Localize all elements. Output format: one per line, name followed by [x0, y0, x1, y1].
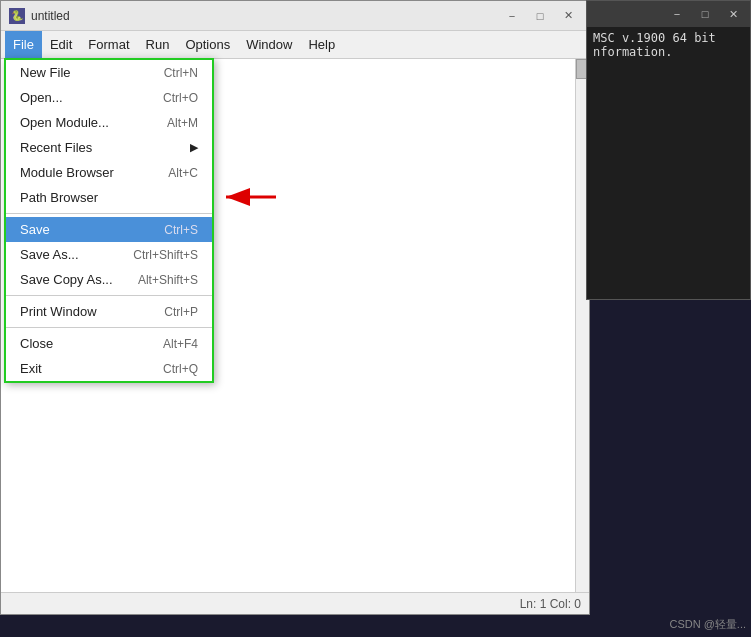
exit-label: Exit: [20, 361, 143, 376]
window-controls: − □ ✕: [499, 6, 581, 26]
title-bar-left: 🐍 untitled: [9, 8, 70, 24]
separator-2: [6, 295, 212, 296]
secondary-minimize[interactable]: −: [664, 4, 690, 24]
print-window-label: Print Window: [20, 304, 144, 319]
print-window-shortcut: Ctrl+P: [164, 305, 198, 319]
module-browser-shortcut: Alt+C: [168, 166, 198, 180]
menu-window[interactable]: Window: [238, 31, 300, 58]
secondary-maximize[interactable]: □: [692, 4, 718, 24]
separator-3: [6, 327, 212, 328]
menu-item-new-file[interactable]: New File Ctrl+N: [6, 60, 212, 85]
menu-item-save[interactable]: Save Ctrl+S: [6, 217, 212, 242]
menu-item-open[interactable]: Open... Ctrl+O: [6, 85, 212, 110]
menu-options[interactable]: Options: [177, 31, 238, 58]
open-label: Open...: [20, 90, 143, 105]
title-bar: 🐍 untitled − □ ✕: [1, 1, 589, 31]
menu-item-recent-files[interactable]: Recent Files ▶: [6, 135, 212, 160]
menu-file[interactable]: File: [5, 31, 42, 58]
save-as-shortcut: Ctrl+Shift+S: [133, 248, 198, 262]
close-label: Close: [20, 336, 143, 351]
save-copy-as-shortcut: Alt+Shift+S: [138, 273, 198, 287]
menu-run[interactable]: Run: [138, 31, 178, 58]
open-shortcut: Ctrl+O: [163, 91, 198, 105]
minimize-button[interactable]: −: [499, 6, 525, 26]
open-module-label: Open Module...: [20, 115, 147, 130]
module-browser-label: Module Browser: [20, 165, 148, 180]
recent-files-label: Recent Files: [20, 140, 186, 155]
secondary-line-1: MSC v.1900 64 bit: [593, 31, 744, 45]
menu-item-save-copy-as[interactable]: Save Copy As... Alt+Shift+S: [6, 267, 212, 292]
close-shortcut: Alt+F4: [163, 337, 198, 351]
secondary-window: − □ ✕ MSC v.1900 64 bit nformation.: [586, 0, 751, 300]
secondary-content: MSC v.1900 64 bit nformation.: [587, 27, 750, 299]
new-file-label: New File: [20, 65, 144, 80]
menu-item-save-as[interactable]: Save As... Ctrl+Shift+S: [6, 242, 212, 267]
app-icon: 🐍: [9, 8, 25, 24]
secondary-line-2: nformation.: [593, 45, 744, 59]
menu-item-open-module[interactable]: Open Module... Alt+M: [6, 110, 212, 135]
close-button[interactable]: ✕: [555, 6, 581, 26]
save-shortcut: Ctrl+S: [164, 223, 198, 237]
recent-files-arrow: ▶: [190, 141, 198, 154]
exit-shortcut: Ctrl+Q: [163, 362, 198, 376]
menu-item-module-browser[interactable]: Module Browser Alt+C: [6, 160, 212, 185]
status-bar: Ln: 1 Col: 0: [1, 592, 589, 614]
menu-item-exit[interactable]: Exit Ctrl+Q: [6, 356, 212, 381]
menu-bar: File Edit Format Run Options Window Help: [1, 31, 589, 59]
menu-help[interactable]: Help: [300, 31, 343, 58]
save-label: Save: [20, 222, 144, 237]
save-as-label: Save As...: [20, 247, 113, 262]
path-browser-label: Path Browser: [20, 190, 178, 205]
menu-format[interactable]: Format: [80, 31, 137, 58]
menu-item-print-window[interactable]: Print Window Ctrl+P: [6, 299, 212, 324]
menu-item-close[interactable]: Close Alt+F4: [6, 331, 212, 356]
new-file-shortcut: Ctrl+N: [164, 66, 198, 80]
status-text: Ln: 1 Col: 0: [520, 597, 581, 611]
menu-item-path-browser[interactable]: Path Browser: [6, 185, 212, 210]
maximize-button[interactable]: □: [527, 6, 553, 26]
secondary-title-bar: − □ ✕: [587, 1, 750, 27]
file-dropdown-menu: New File Ctrl+N Open... Ctrl+O Open Modu…: [4, 58, 214, 383]
secondary-close[interactable]: ✕: [720, 4, 746, 24]
open-module-shortcut: Alt+M: [167, 116, 198, 130]
menu-edit[interactable]: Edit: [42, 31, 80, 58]
save-copy-as-label: Save Copy As...: [20, 272, 118, 287]
watermark: CSDN @轻量...: [669, 617, 746, 632]
window-title: untitled: [31, 9, 70, 23]
separator-1: [6, 213, 212, 214]
red-arrow-indicator: [218, 183, 278, 211]
